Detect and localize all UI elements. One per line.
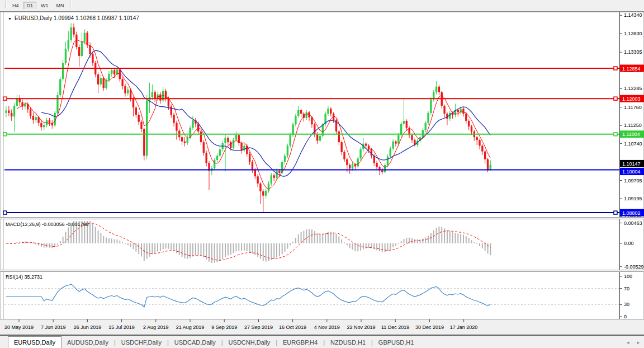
candle-body[interactable]: [359, 149, 361, 159]
candle-body[interactable]: [227, 138, 229, 142]
candle-body[interactable]: [13, 106, 15, 116]
candle-body[interactable]: [75, 35, 77, 47]
candle-body[interactable]: [230, 142, 231, 148]
candle-body[interactable]: [154, 92, 156, 98]
candle-body[interactable]: [43, 125, 45, 128]
candle-body[interactable]: [235, 135, 237, 139]
candle-body[interactable]: [78, 47, 80, 56]
candle-body[interactable]: [140, 122, 142, 129]
candle-body[interactable]: [62, 63, 64, 79]
candle-body[interactable]: [438, 87, 440, 92]
candle-body[interactable]: [135, 107, 137, 115]
candle-body[interactable]: [278, 171, 280, 173]
candle-body[interactable]: [87, 33, 88, 45]
candle-body[interactable]: [30, 110, 31, 116]
tab-scroll-left-icon[interactable]: ◂: [627, 340, 629, 345]
candle-body[interactable]: [484, 152, 486, 159]
candle-body[interactable]: [65, 49, 67, 63]
timeframe-button-w1[interactable]: W1: [37, 2, 52, 10]
candle-body[interactable]: [132, 98, 134, 107]
candle-body[interactable]: [216, 156, 218, 160]
candle-body[interactable]: [476, 137, 477, 140]
candle-body[interactable]: [254, 170, 256, 176]
candle-body[interactable]: [121, 79, 123, 86]
candle-body[interactable]: [346, 159, 348, 165]
candle-body[interactable]: [252, 162, 253, 170]
candle-body[interactable]: [70, 27, 72, 40]
timeframe-button-mn[interactable]: MN: [53, 2, 68, 10]
candle-body[interactable]: [127, 90, 129, 93]
candle-body[interactable]: [397, 135, 399, 143]
candle-body[interactable]: [316, 134, 318, 140]
candle-body[interactable]: [427, 113, 429, 123]
candle-body[interactable]: [81, 41, 83, 55]
candle-body[interactable]: [343, 152, 345, 159]
candle-body[interactable]: [487, 159, 489, 171]
line-handle-icon[interactable]: [3, 133, 7, 136]
candle-body[interactable]: [165, 91, 167, 98]
candle-body[interactable]: [300, 110, 302, 114]
tab-audusd-daily[interactable]: AUDUSD,Daily: [61, 337, 114, 348]
candle-body[interactable]: [352, 164, 353, 169]
line-handle-icon[interactable]: [614, 67, 617, 70]
candle-body[interactable]: [349, 165, 351, 168]
candle-body[interactable]: [292, 124, 293, 135]
candle-body[interactable]: [365, 144, 367, 146]
candle-body[interactable]: [103, 78, 105, 88]
tab-eurgbp-h4[interactable]: EURGBP,H4: [277, 337, 323, 348]
candle-body[interactable]: [395, 142, 396, 144]
candle-body[interactable]: [233, 140, 234, 148]
candle-body[interactable]: [219, 149, 221, 156]
candle-body[interactable]: [92, 54, 93, 63]
candle-body[interactable]: [224, 138, 226, 143]
candle-body[interactable]: [468, 121, 470, 126]
candle-body[interactable]: [481, 145, 483, 151]
candle-body[interactable]: [265, 191, 267, 196]
line-handle-icon[interactable]: [3, 211, 7, 214]
candle-body[interactable]: [192, 120, 193, 128]
candle-body[interactable]: [425, 123, 427, 130]
candle-body[interactable]: [56, 95, 58, 113]
candle-body[interactable]: [411, 135, 413, 140]
candle-body[interactable]: [371, 149, 372, 156]
candle-body[interactable]: [200, 131, 202, 142]
candle-body[interactable]: [184, 142, 186, 143]
candle-body[interactable]: [392, 142, 394, 149]
candle-body[interactable]: [257, 176, 258, 184]
candle-body[interactable]: [84, 33, 86, 42]
candle-body[interactable]: [32, 116, 34, 120]
candle-body[interactable]: [295, 116, 296, 124]
tab-nzdusd-h1[interactable]: NZDUSD,H1: [325, 337, 371, 348]
candle-body[interactable]: [338, 131, 340, 142]
candle-body[interactable]: [387, 157, 389, 165]
tab-eurusd-daily[interactable]: EURUSD,Daily: [8, 336, 61, 348]
candle-body[interactable]: [138, 115, 139, 122]
candle-body[interactable]: [290, 135, 291, 145]
candle-body[interactable]: [168, 98, 169, 106]
candle-body[interactable]: [5, 110, 7, 112]
candle-body[interactable]: [465, 114, 467, 121]
candle-body[interactable]: [384, 165, 386, 172]
candle-body[interactable]: [330, 109, 332, 114]
tab-gbpusd-h1[interactable]: GBPUSD,H1: [373, 337, 420, 348]
candle-body[interactable]: [273, 175, 274, 177]
candle-body[interactable]: [268, 184, 269, 191]
candle-body[interactable]: [479, 140, 480, 145]
candle-body[interactable]: [68, 40, 69, 49]
candle-body[interactable]: [430, 100, 432, 113]
line-handle-icon[interactable]: [614, 211, 617, 214]
candle-body[interactable]: [276, 171, 277, 178]
candle-body[interactable]: [8, 110, 10, 112]
candle-body[interactable]: [40, 123, 42, 128]
candle-body[interactable]: [297, 110, 299, 116]
candle-body[interactable]: [181, 137, 183, 142]
candle-body[interactable]: [124, 86, 126, 93]
candle-body[interactable]: [59, 79, 61, 95]
candle-body[interactable]: [240, 143, 242, 151]
candle-body[interactable]: [97, 74, 99, 84]
candle-body[interactable]: [176, 123, 177, 131]
candle-body[interactable]: [271, 175, 272, 184]
candle-body[interactable]: [462, 109, 464, 114]
candle-body[interactable]: [105, 80, 107, 88]
tab-scroll-right-icon[interactable]: ▸: [637, 340, 640, 345]
